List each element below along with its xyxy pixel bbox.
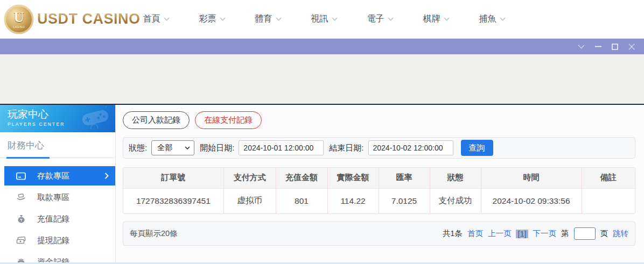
pagination-bar: 每頁顯示20條 共1条 首页 上一页 [1] 下一页 第 页 跳转 [123,222,635,246]
chevron-down-icon [388,17,394,21]
nav-label: 首頁 [143,13,160,25]
nav-item-sports[interactable]: 體育 [240,13,296,25]
jump-button[interactable]: 跳转 [613,229,628,239]
status-label: 狀態: [129,143,147,153]
coin-purse-icon [16,258,26,263]
brand-logo[interactable]: U CASINO USDT CASINO [4,5,141,34]
chevron-down-icon [220,17,226,21]
window-maximize-button[interactable] [606,39,623,54]
nav-label: 體育 [255,13,272,25]
sidebar-item-label: 提現記錄 [37,236,69,246]
chevron-down-icon [500,17,506,21]
sidebar-item-label: 充值記錄 [37,214,69,224]
nav-item-fishing[interactable]: 捕魚 [464,13,520,25]
nav-item-live[interactable]: 視訊 [296,13,352,25]
status-select[interactable]: 全部 [151,140,194,155]
sidebar-item-withdraw-zone[interactable]: 取款專區 [0,188,115,207]
section-underline [8,157,108,159]
window-titlebar [0,39,644,54]
nav-label: 棋牌 [423,13,440,25]
cell-exchange-rate: 7.0125 [379,188,430,213]
nav-item-lottery[interactable]: 彩票 [184,13,240,25]
cell-time: 2024-10-02 09:33:56 [481,188,582,213]
cell-recharge-amount: 801 [276,188,327,213]
brand-name: USDT CASINO [37,11,141,27]
record-tabs: 公司入款記錄 在線支付記錄 [123,111,635,129]
page-size-text: 每頁顯示20條 [130,229,178,239]
sidebar-item-label: 取款專區 [37,192,69,203]
nav-item-home[interactable]: 首頁 [128,13,184,25]
chevron-down-icon [578,45,585,49]
chevron-down-icon [164,17,170,21]
col-order-number: 訂單號 [123,168,223,188]
nav-label: 視訊 [311,13,328,25]
maximize-icon [612,44,618,50]
finance-section: 財務中心 [0,132,115,159]
col-recharge-amount: 充值金額 [276,168,327,188]
cell-actual-amount: 114.22 [327,188,379,213]
col-time: 時間 [481,168,582,188]
window-chevron-button[interactable] [573,39,590,54]
search-button[interactable]: 查詢 [461,140,493,156]
col-status: 狀態 [430,168,481,188]
nav-item-cards[interactable]: 棋牌 [408,13,464,25]
hand-cash-icon [16,194,26,201]
sidebar-item-label: 存款專區 [37,171,69,181]
col-actual-amount: 實際金額 [327,168,379,188]
window-minimize-button[interactable] [590,39,606,54]
jump-suffix-label: 页 [600,229,608,239]
sidebar-item-withdrawal-records[interactable]: 提現記錄 [0,231,115,250]
filter-bar: 狀態: 全部 開始日期: 結束日期: 查詢 [123,137,635,159]
col-remarks: 備註 [582,168,635,188]
window-close-button[interactable] [623,39,640,54]
jump-prefix-label: 第 [561,229,569,239]
money-bag-icon [16,215,26,223]
first-page-link[interactable]: 首页 [467,229,483,239]
table-header-row: 訂單號 支付方式 充值金額 實際金額 匯率 狀態 時間 備註 [123,168,635,188]
emblem-letter: U [13,10,24,25]
deposit-content: 公司入款記錄 在線支付記錄 狀態: 全部 開始日期: 結束日期: 查詢 [116,105,644,262]
chevron-right-icon [104,172,109,181]
select-caret-icon [185,146,190,149]
sidebar-item-label: 資金記錄 [37,257,69,263]
nav-label: 電子 [367,13,384,25]
cell-status: 支付成功 [430,188,481,213]
deposit-card-icon [16,172,26,180]
players-center-header: 玩家中心 PLAYERS CENTER [0,105,115,132]
next-page-link[interactable]: 下一页 [533,229,557,239]
emblem-subtext: CASINO [13,25,25,28]
end-date-input[interactable] [368,140,453,155]
start-date-label: 開始日期: [200,143,234,153]
tab-online-payment-records[interactable]: 在線支付記錄 [195,111,262,129]
col-payment-method: 支付方式 [223,168,276,188]
sidebar-menu: 存款專區 取款專區 充值記錄 提現記 [0,166,115,262]
sidebar-item-deposit-zone[interactable]: 存款專區 [4,166,115,185]
empty-spacer [0,54,644,104]
status-select-value: 全部 [157,143,172,153]
chevron-down-icon [276,17,282,21]
chevron-down-icon [444,17,450,21]
gamepad-icon [80,106,111,129]
start-date-input[interactable] [239,140,324,155]
sidebar-item-funds-records[interactable]: 資金記錄 [0,252,115,262]
main-nav: 首頁 彩票 體育 視訊 電子 棋牌 捕魚 [128,0,520,38]
col-exchange-rate: 匯率 [379,168,430,188]
players-center-sidebar: 玩家中心 PLAYERS CENTER 財務中心 [0,105,116,262]
sidebar-item-recharge-records[interactable]: 充值記錄 [0,209,115,229]
pager-controls: 共1条 首页 上一页 [1] 下一页 第 页 跳转 [443,227,628,240]
table-row: 1727832836397451 虚拟币 801 114.22 7.0125 支… [123,188,635,213]
tab-company-deposit-records[interactable]: 公司入款記錄 [123,111,190,129]
minimize-icon [595,46,601,47]
casino-coin-icon: U CASINO [4,5,33,34]
nav-label: 彩票 [199,13,216,25]
total-count-text: 共1条 [443,229,463,239]
end-date-label: 結束日期: [329,143,363,153]
page-jump-input[interactable] [574,227,596,240]
prev-page-link[interactable]: 上一页 [488,229,512,239]
nav-item-slots[interactable]: 電子 [352,13,408,25]
chevron-down-icon [332,17,338,21]
cell-order-number: 1727832836397451 [123,188,223,213]
main-area: 玩家中心 PLAYERS CENTER 財務中心 [0,104,644,262]
cell-payment-method: 虚拟币 [223,188,276,213]
nav-label: 捕魚 [479,13,496,25]
